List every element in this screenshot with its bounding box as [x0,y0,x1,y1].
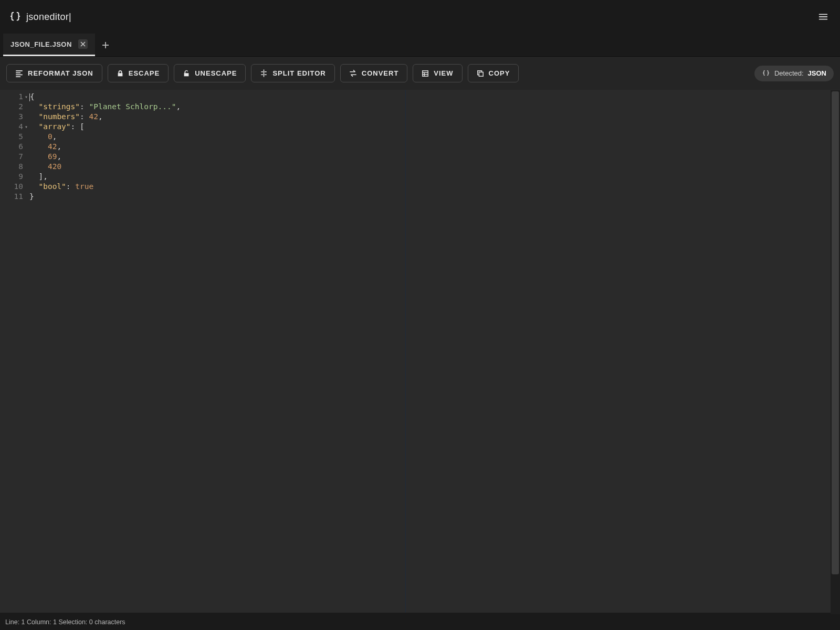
code-line[interactable]: "bool": true [29,182,840,192]
split-icon [260,69,268,77]
unescape-button[interactable]: UNESCAPE [174,64,246,82]
titlebar: jsoneditor| [0,0,840,34]
code-line[interactable]: } [29,192,840,202]
code-line[interactable]: 0, [29,132,840,142]
line-number: 8 [0,162,26,172]
escape-button[interactable]: ESCAPE [108,64,169,82]
detected-prefix: Detected: [774,69,804,77]
button-label: SPLIT EDITOR [272,69,326,77]
toolbar: REFORMAT JSON ESCAPE UNESCAPE SPLIT EDIT… [0,57,840,90]
editor-area[interactable]: 1▾234▾567891011 { "strings": "Planet Sch… [0,90,840,613]
line-number: 7 [0,152,26,162]
line-number: 6 [0,142,26,152]
tabs-row: JSON_FILE.JSON [0,34,840,57]
code-line[interactable]: "array": [ [29,122,840,132]
detected-format-pill: Detected: JSON [754,66,834,81]
code-line[interactable]: 69, [29,152,840,162]
line-number: 1▾ [0,92,26,102]
view-button[interactable]: VIEW [413,64,462,82]
toolbar-left: REFORMAT JSON ESCAPE UNESCAPE SPLIT EDIT… [6,64,519,82]
line-number: 3 [0,112,26,122]
button-label: CONVERT [362,69,399,77]
convert-button[interactable]: CONVERT [340,64,408,82]
unlock-icon [183,70,190,77]
vertical-scrollbar[interactable] [831,90,840,614]
code-line[interactable]: 42, [29,142,840,152]
titlebar-left: jsoneditor| [9,11,71,23]
tab-add-button[interactable] [95,34,116,56]
code-pane[interactable]: { "strings": "Planet Schlorp...", "numbe… [26,90,840,613]
line-number-gutter: 1▾234▾567891011 [0,90,26,613]
code-line[interactable]: "numbers": 42, [29,112,840,122]
reformat-button[interactable]: REFORMAT JSON [6,64,102,82]
button-label: COPY [489,69,510,77]
line-number: 4▾ [0,122,26,132]
code-line[interactable]: "strings": "Planet Schlorp...", [29,102,840,112]
line-number: 2 [0,102,26,112]
menu-button[interactable] [816,9,831,24]
code-line[interactable]: 420 [29,162,840,172]
tab-close-button[interactable] [78,39,88,49]
swap-icon [349,69,357,77]
tab-label: JSON_FILE.JSON [10,40,72,48]
align-left-icon [15,69,23,77]
copy-icon [477,70,484,77]
button-label: REFORMAT JSON [28,69,93,77]
scrollbar-thumb[interactable] [832,91,839,574]
detected-format: JSON [808,69,826,77]
braces-logo-icon [9,11,21,23]
line-number: 10 [0,182,26,192]
svg-rect-20 [479,72,483,76]
code-line[interactable]: ], [29,172,840,182]
tab-json-file[interactable]: JSON_FILE.JSON [3,34,95,56]
app-title: jsoneditor| [26,12,71,23]
grid-icon [422,70,429,77]
button-label: ESCAPE [129,69,160,77]
code-braces-icon [762,69,770,78]
copy-button[interactable]: COPY [468,64,519,82]
lock-icon [117,70,124,77]
button-label: UNESCAPE [195,69,237,77]
line-number: 9 [0,172,26,182]
split-editor-button[interactable]: SPLIT EDITOR [251,64,334,82]
line-number: 11 [0,192,26,202]
svg-rect-16 [423,70,428,76]
button-label: VIEW [434,69,453,77]
code-line[interactable]: { [29,92,840,102]
status-text: Line: 1 Column: 1 Selection: 0 character… [5,618,125,626]
line-number: 5 [0,132,26,142]
statusbar: Line: 1 Column: 1 Selection: 0 character… [0,614,840,630]
